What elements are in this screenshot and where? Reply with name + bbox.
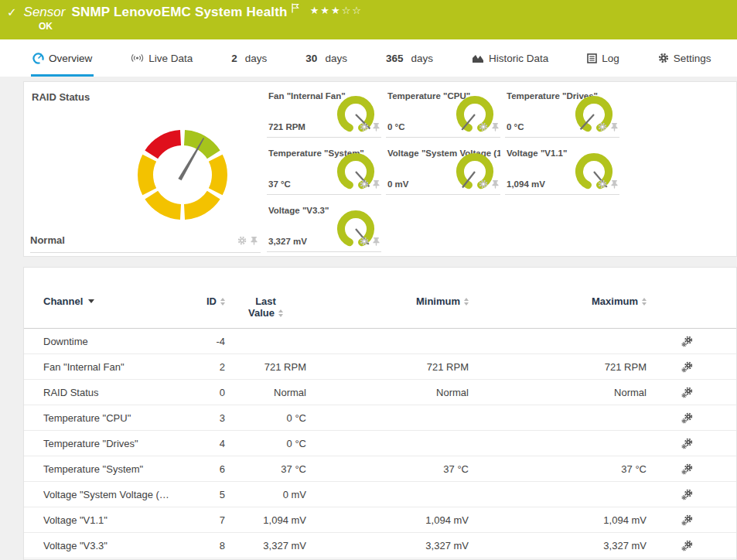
channel-minimum: 721 RPM [306, 361, 469, 373]
table-row[interactable]: Voltage "System Voltage (… 5 0 mV [24, 482, 736, 507]
column-header-maximum[interactable]: Maximum [469, 295, 647, 307]
tab-overview-label: Overview [49, 53, 92, 64]
channel-id: 2 [194, 361, 225, 373]
channel-last-value: 0 °C [225, 412, 306, 424]
tab-30-days[interactable]: 30days [304, 39, 349, 77]
table-header-row: Channel ID Last Value Minimum Maximum [24, 295, 736, 329]
priority-stars[interactable]: ★★★☆☆ [310, 5, 363, 16]
mini-gauge-value: 0 °C [507, 122, 524, 131]
channel-settings-button[interactable] [647, 514, 728, 526]
tab-2-days-unit: days [245, 53, 268, 64]
table-row[interactable]: Voltage "V3.3" 8 3,327 mV 3,327 mV 3,327… [24, 533, 736, 558]
mini-gauge-cell: Voltage "V1.1" 1,094 mV [505, 143, 619, 195]
sensor-status-badge: OK [39, 21, 53, 32]
table-row[interactable]: Temperature "System" 6 37 °C 37 °C 37 °C [24, 456, 736, 482]
column-header-channel[interactable]: Channel [43, 295, 194, 307]
tab-log[interactable]: Log [585, 39, 621, 77]
pin-icon[interactable] [372, 121, 380, 135]
channel-settings-button[interactable] [647, 412, 728, 424]
gauges-panel: RAID Status Normal Fan "Internal Fan" 72… [23, 81, 737, 257]
gear-icon[interactable] [598, 121, 607, 135]
pin-icon[interactable] [250, 234, 258, 248]
tab-live-data-label: Live Data [148, 53, 193, 64]
pin-icon[interactable] [491, 121, 500, 135]
channel-last-value: 3,327 mV [225, 540, 306, 551]
channel-last-value: 1,094 mV [225, 514, 306, 526]
channel-name: Voltage "V1.1" [43, 514, 194, 526]
channel-maximum: 721 RPM [469, 361, 647, 373]
mini-gauge-value: 3,327 mV [268, 237, 307, 246]
gear-icon[interactable] [237, 234, 247, 248]
tab-live-data[interactable]: Live Data [129, 39, 194, 77]
pin-icon[interactable] [372, 235, 380, 249]
pin-icon[interactable] [610, 178, 619, 192]
gear-icon[interactable] [479, 178, 488, 192]
gear-icon[interactable] [360, 121, 369, 135]
column-header-minimum[interactable]: Minimum [306, 295, 469, 307]
tab-2-days-number: 2 [231, 53, 237, 64]
channel-id: 0 [194, 387, 225, 398]
mini-gauge-value: 37 °C [268, 179, 291, 189]
channel-minimum: 37 °C [306, 463, 469, 475]
channel-id: 8 [194, 540, 225, 551]
table-row[interactable]: Downtime -4 [24, 329, 736, 354]
channel-minimum: 3,327 mV [306, 540, 469, 551]
channel-name: Voltage "System Voltage (… [43, 489, 194, 500]
channel-last-value: 0 °C [225, 438, 306, 449]
raid-status-value: Normal [30, 234, 65, 246]
channel-maximum: Normal [469, 387, 647, 398]
sort-icon [642, 298, 647, 306]
gear-icon[interactable] [598, 178, 607, 192]
mini-gauge-grid: Fan "Internal Fan" 721 RPM Temperature "… [267, 86, 737, 258]
channel-minimum: Normal [306, 387, 469, 398]
column-header-last-value[interactable]: Last Value [225, 295, 306, 319]
channel-name: Temperature "Drives" [43, 438, 194, 449]
mini-gauge-cell: Fan "Internal Fan" 721 RPM [267, 86, 381, 138]
tab-30-days-number: 30 [305, 53, 317, 64]
pin-icon[interactable] [610, 121, 619, 135]
tab-historic-data[interactable]: Historic Data [470, 39, 550, 77]
raid-gauge-footer: Normal [30, 233, 261, 253]
sort-icon [278, 309, 283, 317]
column-header-id[interactable]: ID [194, 295, 225, 307]
table-row[interactable]: Voltage "V1.1" 7 1,094 mV 1,094 mV 1,094… [24, 507, 736, 533]
pin-icon[interactable] [372, 178, 380, 192]
tab-365-days-number: 365 [386, 53, 404, 64]
sensor-header-bar: ✓ Sensor SNMP LenovoEMC System Health ★★… [0, 0, 737, 39]
channel-last-value: 721 RPM [225, 361, 306, 373]
channel-id: 4 [194, 438, 225, 449]
channel-settings-button[interactable] [647, 463, 728, 475]
mini-gauge-value: 0 °C [387, 122, 405, 131]
channel-settings-button[interactable] [647, 387, 728, 398]
gear-icon[interactable] [360, 178, 369, 192]
empty-gauge-cell [386, 200, 500, 252]
tab-2-days[interactable]: 2days [230, 39, 268, 77]
table-row[interactable]: Temperature "Drives" 4 0 °C [24, 431, 736, 456]
pin-icon[interactable] [491, 178, 500, 192]
channel-settings-button[interactable] [647, 438, 728, 449]
tab-365-days[interactable]: 365days [384, 39, 435, 77]
table-row[interactable]: Temperature "CPU" 3 0 °C [24, 405, 736, 431]
channel-settings-button[interactable] [647, 336, 728, 347]
table-row[interactable]: Fan "Internal Fan" 2 721 RPM 721 RPM 721… [24, 354, 736, 380]
flag-icon[interactable] [292, 2, 299, 16]
gauge-icon [32, 53, 44, 64]
channel-maximum: 1,094 mV [469, 514, 647, 526]
tab-historic-data-label: Historic Data [489, 53, 548, 64]
channel-id: -4 [194, 336, 225, 347]
gear-icon[interactable] [479, 121, 488, 135]
table-row[interactable]: RAID Status 0 Normal Normal Normal [24, 380, 736, 405]
sort-desc-icon [88, 299, 94, 303]
channel-last-value: Normal [225, 387, 306, 398]
gear-icon[interactable] [360, 235, 369, 249]
channel-settings-button[interactable] [647, 540, 728, 551]
mini-gauge-value: 721 RPM [268, 122, 305, 131]
channel-settings-button[interactable] [647, 489, 728, 500]
channel-settings-button[interactable] [647, 361, 728, 373]
channel-maximum: 37 °C [469, 463, 647, 475]
tab-settings[interactable]: Settings [657, 39, 713, 77]
tab-settings-label: Settings [674, 53, 711, 64]
channel-name: RAID Status [43, 387, 194, 398]
tab-overview[interactable]: Overview [31, 39, 94, 77]
object-kind-label: Sensor [24, 5, 66, 20]
